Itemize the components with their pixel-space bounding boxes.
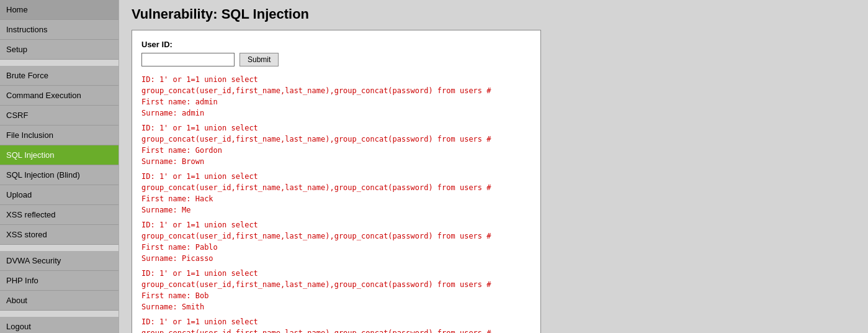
result-first-name-0: First name: admin: [141, 96, 531, 107]
result-first-name-4: First name: Bob: [141, 290, 531, 301]
result-surname-3: Surname: Picasso: [141, 253, 531, 264]
sidebar-item-brute-force[interactable]: Brute Force: [0, 66, 119, 86]
result-first-name-2: First name: Hack: [141, 193, 531, 204]
result-first-name-3: First name: Pablo: [141, 242, 531, 253]
sidebar-item-xss-reflected[interactable]: XSS reflected: [0, 205, 119, 225]
result-id-line-3: ID: 1' or 1=1 union select group_concat(…: [141, 219, 531, 242]
sidebar-item-home[interactable]: Home: [0, 0, 119, 20]
submit-button[interactable]: Submit: [239, 53, 279, 66]
sidebar-item-logout[interactable]: Logout: [0, 317, 119, 333]
result-id-line-0: ID: 1' or 1=1 union select group_concat(…: [141, 74, 531, 96]
result-id-line-5: ID: 1' or 1=1 union select group_concat(…: [141, 316, 531, 333]
result-id-line-1: ID: 1' or 1=1 union select group_concat(…: [141, 122, 531, 145]
result-first-name-1: First name: Gordon: [141, 145, 531, 156]
sidebar-item-xss-stored[interactable]: XSS stored: [0, 225, 119, 245]
result-block-2: ID: 1' or 1=1 union select group_concat(…: [141, 171, 531, 216]
sidebar-item-upload[interactable]: Upload: [0, 185, 119, 205]
result-surname-1: Surname: Brown: [141, 156, 531, 167]
sidebar-item-instructions[interactable]: Instructions: [0, 20, 119, 40]
result-surname-4: Surname: Smith: [141, 301, 531, 312]
page-title: Vulnerability: SQL Injection: [132, 6, 856, 22]
sidebar-item-sql-injection[interactable]: SQL Injection: [0, 145, 119, 165]
sidebar-item-dvwa-security[interactable]: DVWA Security: [0, 251, 119, 271]
sidebar-item-command-execution[interactable]: Command Execution: [0, 86, 119, 106]
result-surname-2: Surname: Me: [141, 204, 531, 216]
form-row: Submit: [141, 53, 531, 66]
result-block-3: ID: 1' or 1=1 union select group_concat(…: [141, 219, 531, 264]
result-block-5: ID: 1' or 1=1 union select group_concat(…: [141, 316, 531, 333]
result-id-line-4: ID: 1' or 1=1 union select group_concat(…: [141, 268, 531, 290]
sidebar-item-php-info[interactable]: PHP Info: [0, 271, 119, 291]
result-id-line-2: ID: 1' or 1=1 union select group_concat(…: [141, 171, 531, 193]
main-content: Vulnerability: SQL Injection User ID: Su…: [119, 0, 868, 333]
user-id-label: User ID:: [141, 40, 531, 49]
vulnerability-form-box: User ID: Submit ID: 1' or 1=1 union sele…: [132, 30, 541, 333]
sidebar-item-setup[interactable]: Setup: [0, 40, 119, 60]
result-surname-0: Surname: admin: [141, 107, 531, 119]
sidebar-item-csrf[interactable]: CSRF: [0, 106, 119, 125]
result-block-0: ID: 1' or 1=1 union select group_concat(…: [141, 74, 531, 119]
sidebar-item-file-inclusion[interactable]: File Inclusion: [0, 125, 119, 145]
result-block-1: ID: 1' or 1=1 union select group_concat(…: [141, 122, 531, 167]
sidebar-item-about[interactable]: About: [0, 291, 119, 311]
result-block-4: ID: 1' or 1=1 union select group_concat(…: [141, 268, 531, 312]
sidebar-item-sql-injection-blind[interactable]: SQL Injection (Blind): [0, 165, 119, 185]
user-id-input[interactable]: [141, 53, 235, 66]
sidebar: Home Instructions Setup Brute Force Comm…: [0, 0, 119, 333]
